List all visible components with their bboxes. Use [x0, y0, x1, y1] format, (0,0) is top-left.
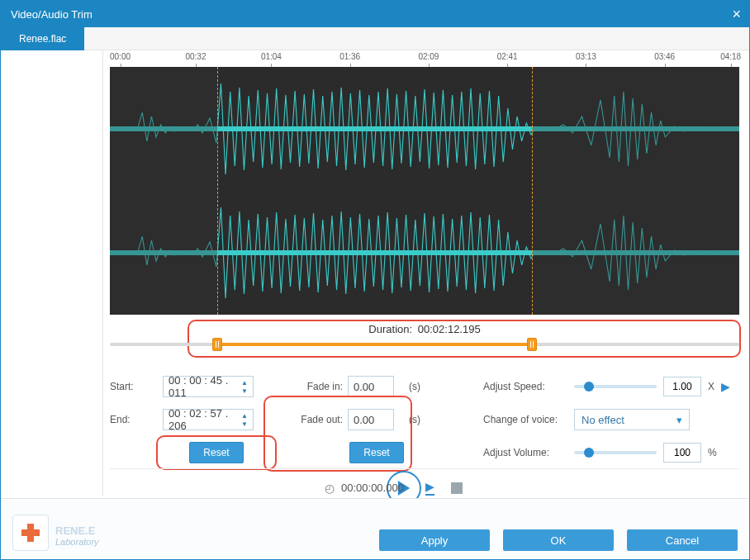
speed-label: Adjust Speed:	[483, 381, 574, 392]
tab-file[interactable]: Renee.flac	[1, 27, 84, 50]
end-label: End:	[110, 414, 163, 425]
sidebar	[1, 50, 103, 496]
chevron-up-icon: ▲	[238, 378, 251, 387]
chevron-down-icon: ▼	[238, 387, 251, 395]
ruler-tick: 02:09	[418, 52, 439, 61]
volume-label: Adjust Volume:	[483, 447, 574, 458]
duration-slider-area: Duration: 00:02:12.195	[110, 320, 739, 363]
trim-handle-end[interactable]	[527, 338, 537, 351]
title-bar: Video/Audio Trim ×	[1, 1, 749, 27]
start-spinner[interactable]: ▲▼	[238, 378, 251, 395]
bottom-bar: RENE.E Laboratory Apply OK Cancel	[1, 498, 749, 559]
chevron-down-icon: ▾	[676, 414, 682, 426]
duration-value: 00:02:12.195	[418, 323, 481, 335]
time-ruler: 00:00 00:32 01:04 01:36 02:09 02:41 03:1…	[110, 52, 739, 67]
end-spinner[interactable]: ▲▼	[238, 411, 251, 428]
selection-end-line[interactable]	[532, 67, 533, 315]
volume-value-input[interactable]: 100	[663, 443, 701, 463]
logo: RENE.E Laboratory	[12, 515, 99, 551]
fade-in-unit: (s)	[406, 381, 455, 392]
voice-value: No effect	[581, 414, 624, 426]
cancel-button[interactable]: Cancel	[627, 529, 738, 551]
speed-slider-knob[interactable]	[584, 382, 594, 392]
window-title: Video/Audio Trim	[11, 8, 93, 21]
fade-in-label: Fade in:	[298, 381, 348, 392]
volume-slider-knob[interactable]	[584, 448, 594, 458]
ruler-tick: 04:18	[720, 52, 741, 61]
speed-suffix: X	[708, 381, 714, 392]
fade-out-unit: (s)	[406, 414, 455, 425]
waveform-unselected	[110, 67, 217, 315]
play-preview-icon[interactable]: ▶	[721, 380, 730, 393]
volume-slider[interactable]	[574, 451, 657, 454]
stop-button[interactable]	[451, 482, 463, 494]
trim-handle-start[interactable]	[212, 338, 222, 351]
ruler-tick: 03:13	[576, 52, 596, 61]
logo-icon	[20, 522, 41, 543]
apply-button[interactable]: Apply	[379, 529, 490, 551]
logo-text: RENE.E	[55, 524, 95, 537]
chevron-down-icon: ▼	[238, 420, 251, 428]
highlight-box	[263, 396, 412, 472]
voice-label: Change of voice:	[483, 414, 574, 425]
volume-suffix: %	[708, 447, 717, 458]
voice-dropdown[interactable]: No effect ▾	[574, 409, 690, 430]
trim-slider-selection	[217, 343, 532, 346]
close-icon[interactable]: ×	[732, 6, 741, 23]
ruler-tick: 02:41	[497, 52, 518, 61]
clock-icon: ◴	[325, 482, 335, 495]
fade-in-input[interactable]: 0.00	[348, 376, 394, 397]
highlight-box	[156, 435, 277, 470]
duration-label: Duration: 00:02:12.195	[368, 323, 480, 335]
start-time-input[interactable]: 00 : 00 : 45 . 011 ▲▼	[163, 376, 254, 397]
ruler-tick: 01:36	[339, 52, 360, 61]
ruler-tick: 01:04	[261, 52, 282, 61]
speed-slider[interactable]	[574, 385, 657, 388]
end-time-input[interactable]: 00 : 02 : 57 . 206 ▲▼	[163, 409, 254, 430]
waveform-display[interactable]	[110, 67, 739, 315]
ruler-tick: 00:00	[110, 52, 131, 61]
selection-start-line[interactable]	[217, 67, 218, 315]
logo-subtext: Laboratory	[55, 538, 99, 547]
controls-grid: Start: 00 : 00 : 45 . 011 ▲▼ Fade in: 0.…	[110, 376, 739, 463]
playback-time: 00:00:00.000	[341, 482, 404, 494]
chevron-up-icon: ▲	[238, 411, 251, 420]
speed-value-input[interactable]: 1.00	[663, 377, 701, 396]
waveform-unselected	[532, 67, 739, 315]
seek-start-icon[interactable]: ▶	[425, 480, 434, 496]
ok-button[interactable]: OK	[503, 529, 614, 551]
tab-strip: Renee.flac	[1, 27, 749, 50]
ruler-tick: 03:46	[654, 52, 675, 61]
ruler-tick: 00:32	[185, 52, 206, 61]
start-label: Start:	[110, 381, 163, 392]
